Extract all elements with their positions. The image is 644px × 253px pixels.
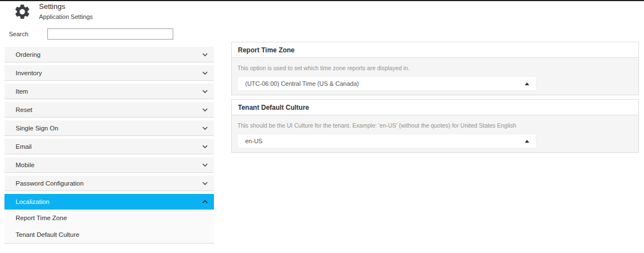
sidebar-item-ordering[interactable]: Ordering [4,47,214,62]
page-header: Settings Application Settings [0,1,644,26]
chevron-down-icon [202,143,208,150]
chevron-down-icon [202,125,208,132]
caret-up-icon [525,82,529,85]
sidebar-item-inventory[interactable]: Inventory [4,65,214,81]
chevron-down-icon [202,70,208,76]
sidebar-item-label: Inventory [16,70,42,76]
sidebar-item-label: Reset [16,106,32,113]
search-input[interactable] [47,28,173,40]
sidebar-subitem-report-time-zone[interactable]: Report Time Zone [4,210,214,226]
sidebar-item-label: Email [16,143,32,150]
card-body: This should be the UI Culture for the te… [232,115,638,152]
caret-up-icon [525,140,529,143]
card-title: Report Time Zone [232,42,638,58]
card-title: Tenant Default Culture [232,100,638,115]
report-time-zone-card: Report Time Zone This option is used to … [231,42,639,95]
chevron-down-icon [202,88,208,95]
card-body: This option is used to set which time zo… [232,58,638,95]
sidebar-item-mobile[interactable]: Mobile [4,157,214,173]
sidebar-item-single-sign-on[interactable]: Single Sign On [4,120,214,136]
settings-sidebar: Ordering Inventory Item Reset Single Sig… [4,47,214,246]
chevron-down-icon [202,180,208,187]
page-title: Settings [39,2,65,11]
chevron-down-icon [202,162,208,168]
sidebar-item-password-configuration[interactable]: Password Configuration [4,176,214,191]
localization-subpanel: Report Time Zone Tenant Default Culture [4,210,214,244]
sub-item-label: Tenant Default Culture [16,231,79,238]
sidebar-item-email[interactable]: Email [4,139,214,154]
page-subtitle: Application Settings [39,13,93,20]
report-time-zone-dropdown[interactable]: (UTC-06:00) Central Time (US & Canada) [237,76,536,91]
sidebar-item-label: Item [16,88,28,95]
search-label: Search [9,31,28,37]
sidebar-item-label: Localization [16,198,50,205]
settings-content: Report Time Zone This option is used to … [231,42,639,157]
dropdown-value: (UTC-06:00) Central Time (US & Canada) [245,80,359,87]
chevron-up-icon [202,198,208,205]
tenant-default-culture-card: Tenant Default Culture This should be th… [231,99,639,153]
sub-item-label: Report Time Zone [16,215,67,221]
sidebar-item-label: Mobile [16,162,35,168]
sidebar-item-label: Ordering [16,51,41,58]
sidebar-item-reset[interactable]: Reset [4,102,214,118]
sidebar-item-label: Single Sign On [16,125,58,132]
dropdown-value: en-US [245,138,262,144]
card-description: This option is used to set which time zo… [237,65,633,71]
sidebar-item-localization[interactable]: Localization [4,194,214,210]
tenant-default-culture-dropdown[interactable]: en-US [237,134,536,148]
sidebar-item-item[interactable]: Item [4,84,214,99]
chevron-down-icon [202,106,208,113]
settings-gear-icon [13,3,31,21]
chevron-down-icon [202,51,208,58]
sidebar-item-label: Password Configuration [16,180,84,187]
card-description: This should be the UI Culture for the te… [237,122,633,129]
sidebar-subitem-tenant-default-culture[interactable]: Tenant Default Culture [4,226,214,243]
